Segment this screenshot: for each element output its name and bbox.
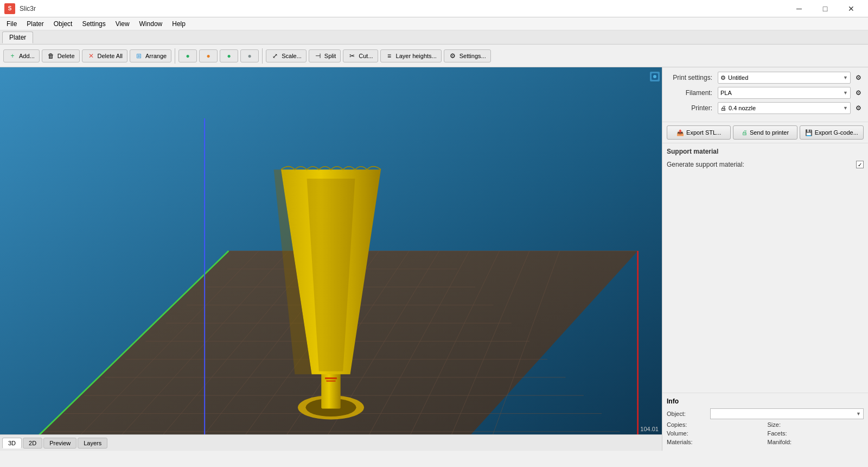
circle2-icon: ●: [204, 52, 213, 60]
split-button[interactable]: ⊣ Split: [309, 49, 341, 62]
viewport-3d[interactable]: 104.01: [0, 67, 662, 434]
send-printer-label: Send to printer: [750, 129, 789, 136]
layer-heights-icon: ≡: [385, 52, 394, 60]
settings-button[interactable]: ⚙ Settings...: [444, 49, 491, 62]
object-dropdown-arrow: ▼: [856, 411, 861, 416]
print-settings-gear-button[interactable]: ⚙: [853, 72, 864, 83]
view-direction-button[interactable]: [650, 72, 660, 81]
export-gcode-label: Export G-code...: [815, 129, 858, 136]
export-gcode-button[interactable]: 💾 Export G-code...: [800, 125, 864, 140]
object-label: Object:: [667, 411, 710, 417]
view-tab-preview[interactable]: Preview: [43, 438, 76, 449]
scale-button[interactable]: ⤢ Scale...: [266, 49, 307, 62]
scale-label: Scale...: [282, 53, 302, 59]
svg-point-41: [653, 75, 656, 78]
export-stl-icon: 📤: [676, 129, 684, 136]
toolbar-btn-circle1[interactable]: ●: [178, 49, 197, 62]
send-to-printer-button[interactable]: 🖨 Send to printer: [733, 125, 797, 140]
menu-plater[interactable]: Plater: [22, 19, 48, 29]
cut-label: Cut...: [359, 53, 373, 59]
cut-icon: ✂: [348, 52, 356, 60]
delete-all-icon: ✕: [87, 52, 95, 60]
scale-icon: ⤢: [271, 52, 279, 60]
toolbar-btn-circle4[interactable]: ●: [240, 49, 259, 62]
print-settings-icon: ⚙: [720, 74, 726, 81]
manifold-label: Manifold:: [768, 439, 864, 445]
print-settings-select[interactable]: ⚙ Untitled ▼: [718, 72, 851, 84]
arrange-icon: ⊞: [135, 52, 143, 60]
toolbar-separator-2: [262, 48, 263, 64]
layer-heights-label: Layer heights...: [396, 53, 437, 59]
split-label: Split: [324, 53, 336, 59]
export-stl-button[interactable]: 📤 Export STL...: [667, 125, 731, 140]
app-title: Slic3r: [20, 5, 36, 12]
viewport-svg: [0, 67, 662, 434]
menu-settings[interactable]: Settings: [78, 19, 110, 29]
delete-all-label: Delete All: [98, 53, 123, 59]
printer-label: Printer:: [667, 104, 716, 112]
add-label: Add...: [19, 53, 35, 59]
app-icon: S: [4, 3, 15, 14]
split-icon: ⊣: [314, 52, 322, 60]
circle1-icon: ●: [183, 52, 192, 60]
maximize-button[interactable]: □: [813, 0, 838, 17]
printer-row: Printer: 🖨 0.4 nozzle ▼ ⚙: [667, 102, 864, 114]
printer-icon: 🖨: [720, 105, 726, 111]
menu-file[interactable]: File: [2, 19, 21, 29]
generate-support-row: Generate support material: ✓: [667, 160, 864, 169]
print-settings-value: Untitled: [728, 74, 748, 81]
cut-button[interactable]: ✂ Cut...: [343, 49, 378, 62]
circle4-icon: ●: [245, 52, 254, 60]
filament-select[interactable]: PLA ▼: [718, 87, 851, 99]
delete-button[interactable]: 🗑 Delete: [42, 49, 80, 62]
spacer: [662, 174, 868, 393]
view-direction-icon: [651, 73, 659, 80]
menu-help[interactable]: Help: [168, 19, 190, 29]
export-gcode-icon: 💾: [805, 129, 813, 136]
toolbar-btn-circle3[interactable]: ●: [220, 49, 238, 62]
add-button[interactable]: + Add...: [3, 49, 40, 62]
printer-arrow: ▼: [843, 105, 848, 111]
minimize-button[interactable]: ─: [787, 0, 812, 17]
toolbar-separator-1: [175, 48, 175, 64]
delete-all-button[interactable]: ✕ Delete All: [82, 49, 127, 62]
info-title: Info: [667, 397, 864, 405]
print-settings-arrow: ▼: [843, 75, 848, 80]
print-settings-section: Print settings: ⚙ Untitled ▼ ⚙ Filament:…: [662, 67, 868, 122]
circle3-icon: ●: [225, 52, 233, 60]
view-tab-layers[interactable]: Layers: [78, 438, 107, 449]
tab-bar: Plater: [0, 30, 868, 45]
menu-window[interactable]: Window: [135, 19, 167, 29]
object-row: Object: ▼: [667, 408, 864, 419]
delete-label: Delete: [58, 53, 75, 59]
svg-rect-34: [321, 371, 340, 409]
menu-object[interactable]: Object: [49, 19, 77, 29]
send-printer-icon: 🖨: [742, 129, 748, 136]
info-section: Info Object: ▼ Copies: Size: Volume: Fac…: [662, 393, 868, 451]
filament-row: Filament: PLA ▼ ⚙: [667, 87, 864, 99]
filament-value: PLA: [720, 90, 732, 96]
filament-gear-button[interactable]: ⚙: [853, 87, 864, 98]
filament-arrow: ▼: [843, 90, 848, 96]
view-tab-3d[interactable]: 3D: [2, 438, 22, 449]
support-material-section: Support material Generate support materi…: [662, 143, 868, 174]
layer-heights-button[interactable]: ≡ Layer heights...: [380, 49, 442, 62]
print-settings-label: Print settings:: [667, 74, 716, 81]
printer-gear-button[interactable]: ⚙: [853, 103, 864, 113]
object-select[interactable]: ▼: [710, 408, 864, 419]
view-tabs: 3D 2D Preview Layers: [0, 434, 662, 451]
title-bar: S Slic3r ─ □ ✕: [0, 0, 868, 17]
arrange-button[interactable]: ⊞ Arrange: [130, 49, 171, 62]
close-button[interactable]: ✕: [839, 0, 864, 17]
print-settings-row: Print settings: ⚙ Untitled ▼ ⚙: [667, 72, 864, 84]
svg-rect-36: [326, 380, 336, 381]
generate-support-checkbox[interactable]: ✓: [856, 161, 864, 168]
menu-view[interactable]: View: [111, 19, 134, 29]
tab-plater[interactable]: Plater: [2, 31, 33, 43]
view-tab-2d[interactable]: 2D: [23, 438, 42, 449]
toolbar-btn-circle2[interactable]: ●: [199, 49, 218, 62]
filament-label: Filament:: [667, 89, 716, 97]
info-grid: Copies: Size: Volume: Facets: Materials:…: [667, 421, 864, 446]
toolbar: + Add... 🗑 Delete ✕ Delete All ⊞ Arrange…: [0, 45, 868, 67]
printer-select[interactable]: 🖨 0.4 nozzle ▼: [718, 102, 851, 114]
